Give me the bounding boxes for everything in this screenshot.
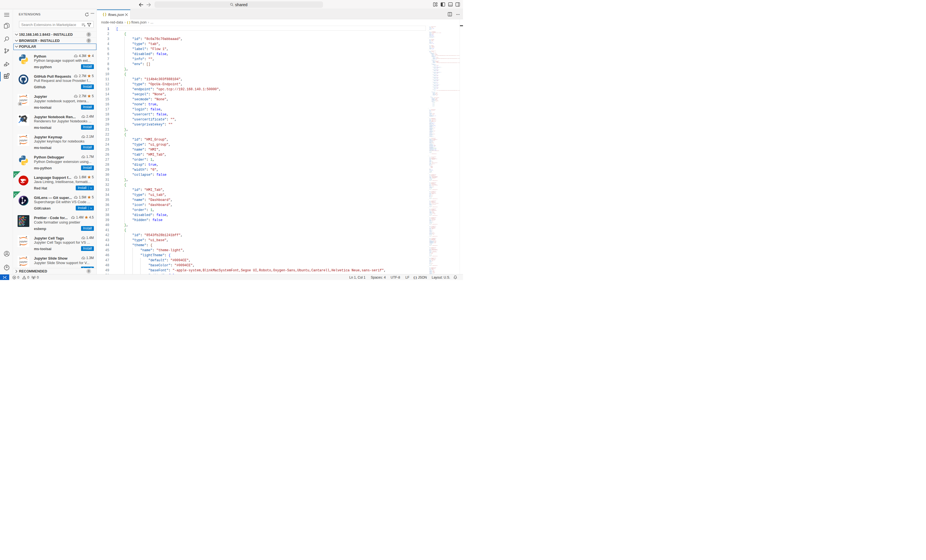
svg-text:jupyter: jupyter [19, 260, 27, 263]
svg-text:jupyter: jupyter [19, 98, 27, 101]
svg-text:jupyter: jupyter [19, 240, 27, 243]
svg-text:jupyter: jupyter [19, 139, 27, 142]
svg-text:4: 4 [19, 102, 21, 105]
